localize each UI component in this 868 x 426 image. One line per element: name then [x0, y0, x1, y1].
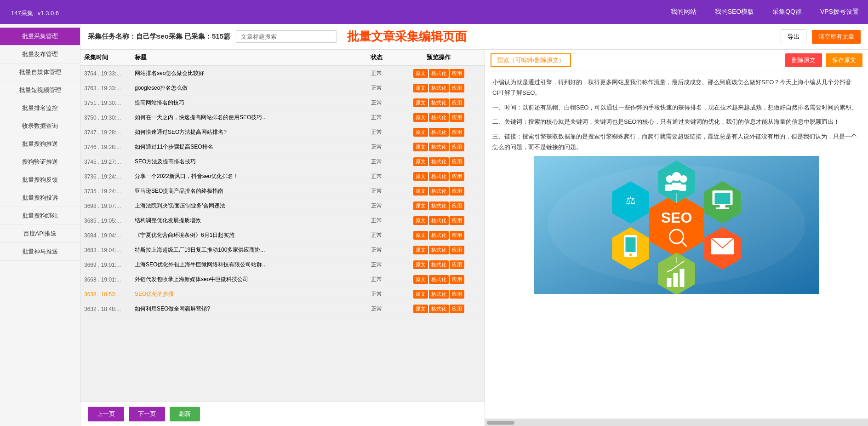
- action-format-button[interactable]: 格式化: [429, 69, 449, 78]
- action-format-button[interactable]: 格式化: [429, 201, 449, 210]
- table-row[interactable]: 3735 . 19:24:... 亚马逊SEO提高产品排名的终极指南 正常 原文…: [80, 184, 485, 199]
- nav-qq-group[interactable]: 采集QQ群: [772, 8, 802, 16]
- action-original-button[interactable]: 原文: [413, 290, 428, 299]
- nav-vps-settings[interactable]: VPS拨号设置: [820, 8, 859, 16]
- action-format-button[interactable]: 格式化: [429, 187, 449, 196]
- action-format-button[interactable]: 格式化: [429, 172, 449, 181]
- table-row[interactable]: 3751 . 19:30:... 提高网站排名的技巧 正常 原文 格式化 应用: [80, 96, 485, 110]
- export-button[interactable]: 导出: [781, 29, 806, 44]
- action-apply-button[interactable]: 应用: [450, 187, 464, 196]
- search-input[interactable]: [236, 30, 337, 43]
- table-row[interactable]: 3736 . 19:24:... 分享一个2022新风口，抖音seo优化排名！ …: [80, 169, 485, 184]
- action-format-button[interactable]: 格式化: [429, 275, 449, 284]
- table-row[interactable]: 3684 . 19:04:... 《宁夏优化营商环境条例》6月1日起实施 正常 …: [80, 228, 485, 243]
- action-original-button[interactable]: 原文: [413, 98, 428, 107]
- action-format-button[interactable]: 格式化: [429, 260, 449, 269]
- action-apply-button[interactable]: 应用: [450, 172, 464, 181]
- table-row[interactable]: 3747 . 19:28:... 如何快速通过SEO方法提高网站排名? 正常 原…: [80, 125, 485, 140]
- refresh-button[interactable]: 刷新: [170, 407, 200, 421]
- table-row[interactable]: 3668 . 19:01:... 外链代发包收录上海新媒体seo牛巨微科技公司 …: [80, 272, 485, 287]
- sidebar-item-sogou-complaint[interactable]: 批量搜狗投诉: [0, 189, 80, 207]
- action-apply-button[interactable]: 应用: [450, 260, 464, 269]
- sidebar-item-shortvideo[interactable]: 批量短视频管理: [0, 81, 80, 99]
- action-original-button[interactable]: 原文: [413, 143, 428, 151]
- sidebar-item-record[interactable]: 收录数据查询: [0, 117, 80, 135]
- action-original-button[interactable]: 原文: [413, 275, 428, 284]
- action-original-button[interactable]: 原文: [413, 69, 428, 78]
- sidebar-item-media[interactable]: 批量自媒体管理: [0, 63, 80, 81]
- action-apply-button[interactable]: 应用: [450, 84, 464, 92]
- sidebar-item-sogou-feedback[interactable]: 批量搜狗反馈: [0, 171, 80, 189]
- table-row[interactable]: 3669 . 19:01:... 上海SEO优化外包上海牛巨微网络科技有限公司站…: [80, 258, 485, 272]
- nav-seo-template[interactable]: 我的SEO模版: [715, 8, 754, 16]
- table-row[interactable]: 3683 . 19:04:... 特斯拉上海超级工厂19日复工推动100多家供应…: [80, 243, 485, 258]
- action-original-button[interactable]: 原文: [413, 157, 428, 166]
- table-row[interactable]: 3685 . 19:05:... 结构调整优化发展提质增效 正常 原文 格式化 …: [80, 213, 485, 228]
- table-row[interactable]: 3750 . 19:30:... 如何在一天之内，快速提高网站排名的使用SEO技…: [80, 110, 485, 125]
- sidebar-item-rank[interactable]: 批量排名监控: [0, 99, 80, 117]
- action-format-button[interactable]: 格式化: [429, 113, 449, 122]
- svg-rect-26: [626, 237, 636, 252]
- action-format-button[interactable]: 格式化: [429, 216, 449, 225]
- table-row[interactable]: 3746 . 19:28:... 如何通过11个步骤提高SEO排名 正常 原文 …: [80, 140, 485, 155]
- action-apply-button[interactable]: 应用: [450, 98, 464, 107]
- action-apply-button[interactable]: 应用: [450, 275, 464, 284]
- next-page-button[interactable]: 下一页: [129, 407, 165, 421]
- action-apply-button[interactable]: 应用: [450, 143, 464, 151]
- sidebar-item-sogou-push[interactable]: 批量搜狗推送: [0, 135, 80, 153]
- sidebar-item-collect[interactable]: 批量采集管理: [0, 28, 80, 46]
- action-format-button[interactable]: 格式化: [429, 98, 449, 107]
- clear-button[interactable]: 清空所有文章: [812, 30, 861, 44]
- action-format-button[interactable]: 格式化: [429, 84, 449, 92]
- action-original-button[interactable]: 原文: [413, 172, 428, 181]
- action-original-button[interactable]: 原文: [413, 113, 428, 122]
- action-original-button[interactable]: 原文: [413, 246, 428, 254]
- table-row[interactable]: 3745 . 19:27:... SEO方法及提高排名技巧 正常 原文 格式化 …: [80, 155, 485, 169]
- action-apply-button[interactable]: 应用: [450, 216, 464, 225]
- prev-page-button[interactable]: 上一页: [88, 407, 124, 421]
- action-original-button[interactable]: 原文: [413, 260, 428, 269]
- cell-title: 《宁夏优化营商环境条例》6月1日起实施: [131, 231, 360, 239]
- cell-action: 原文 格式化 应用: [393, 187, 485, 196]
- nav-my-site[interactable]: 我的网站: [671, 8, 697, 16]
- action-format-button[interactable]: 格式化: [429, 157, 449, 166]
- horizontal-scrollbar[interactable]: [485, 419, 868, 426]
- action-original-button[interactable]: 原文: [413, 128, 428, 137]
- sidebar-item-shenma[interactable]: 批量神马推送: [0, 243, 80, 261]
- table-row[interactable]: 3763 . 19:33:... googleseo排名怎么做 正常 原文 格式…: [80, 81, 485, 96]
- action-original-button[interactable]: 原文: [413, 231, 428, 240]
- sidebar-item-publish[interactable]: 批量发布管理: [0, 46, 80, 63]
- action-apply-button[interactable]: 应用: [450, 128, 464, 137]
- action-apply-button[interactable]: 应用: [450, 69, 464, 78]
- action-apply-button[interactable]: 应用: [450, 113, 464, 122]
- action-format-button[interactable]: 格式化: [429, 231, 449, 240]
- preview-content[interactable]: 小编认为就是通过引擎，得到好的，获得更多网站度我们称作流量，最后成成交。那么到底…: [485, 71, 868, 419]
- svg-rect-12: [679, 184, 686, 191]
- sidebar-item-sogou-bind[interactable]: 批量搜狗绑站: [0, 207, 80, 225]
- table-row[interactable]: 3638 . 18:53:... SEO优化的步骤 正常 原文 格式化 应用: [80, 287, 485, 302]
- action-format-button[interactable]: 格式化: [429, 246, 449, 254]
- action-format-button[interactable]: 格式化: [429, 305, 449, 313]
- action-original-button[interactable]: 原文: [413, 216, 428, 225]
- action-apply-button[interactable]: 应用: [450, 157, 464, 166]
- preview-section: 预览（可编辑/删除原文） 删除原文 保存原文 小编认为就是通过引擎，得到好的，获…: [485, 50, 868, 426]
- action-apply-button[interactable]: 应用: [450, 231, 464, 240]
- table-row[interactable]: 3632 . 18:48:... 如何利用SEO做全网霸屏营销? 正常 原文 格…: [80, 302, 485, 317]
- sidebar-item-baidu-api[interactable]: 百度API推送: [0, 225, 80, 243]
- action-original-button[interactable]: 原文: [413, 305, 428, 313]
- action-format-button[interactable]: 格式化: [429, 143, 449, 151]
- save-original-button[interactable]: 保存原文: [826, 53, 862, 67]
- action-apply-button[interactable]: 应用: [450, 290, 464, 299]
- action-apply-button[interactable]: 应用: [450, 246, 464, 254]
- action-apply-button[interactable]: 应用: [450, 305, 464, 313]
- action-format-button[interactable]: 格式化: [429, 290, 449, 299]
- table-row[interactable]: 3764 . 19:33:... 网站排名seo怎么做会比较好 正常 原文 格式…: [80, 66, 485, 81]
- sidebar-item-sogou-verify[interactable]: 搜狗验证推送: [0, 153, 80, 171]
- action-original-button[interactable]: 原文: [413, 187, 428, 196]
- action-format-button[interactable]: 格式化: [429, 128, 449, 137]
- action-original-button[interactable]: 原文: [413, 84, 428, 92]
- action-apply-button[interactable]: 应用: [450, 201, 464, 210]
- table-row[interactable]: 3698 . 19:07:... 上海法院判决'负面压制业务'合同违法 正常 原…: [80, 199, 485, 213]
- delete-original-button[interactable]: 删除原文: [785, 53, 822, 67]
- action-original-button[interactable]: 原文: [413, 201, 428, 210]
